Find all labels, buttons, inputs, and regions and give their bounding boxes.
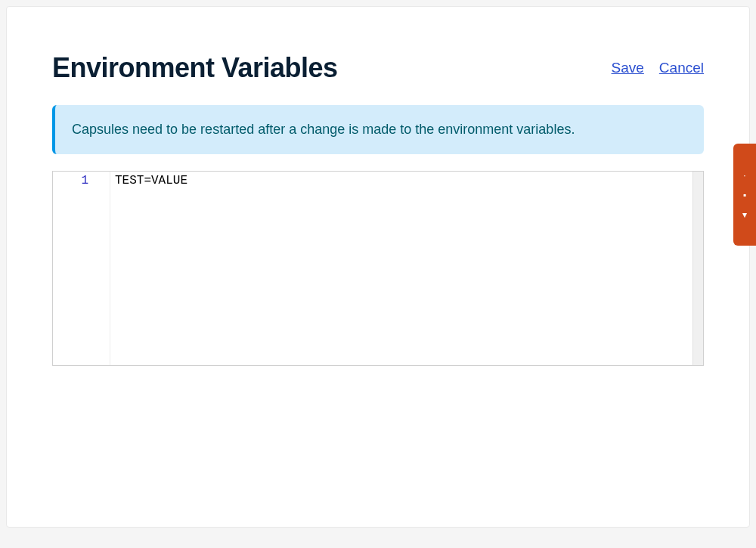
header-actions: Save Cancel — [612, 60, 704, 76]
side-tab-mark-2: ▪ — [743, 190, 746, 200]
scrollbar-track[interactable] — [692, 172, 703, 365]
save-button[interactable]: Save — [612, 60, 644, 76]
cancel-button[interactable]: Cancel — [659, 60, 704, 76]
code-editor[interactable]: 1 — [52, 171, 704, 366]
feedback-side-tab[interactable]: · ▪ ▾ — [733, 144, 756, 246]
side-tab-mark-3: ▾ — [742, 210, 747, 219]
settings-card: Environment Variables Save Cancel Capsul… — [6, 6, 750, 528]
page-title: Environment Variables — [52, 52, 338, 84]
side-tab-mark-1: · — [743, 171, 745, 180]
editor-gutter: 1 — [53, 172, 110, 365]
info-banner-text: Capsules need to be restarted after a ch… — [72, 120, 687, 139]
header: Environment Variables Save Cancel — [52, 52, 704, 84]
info-banner: Capsules need to be restarted after a ch… — [52, 105, 704, 154]
line-number: 1 — [59, 173, 88, 188]
editor-content[interactable] — [110, 172, 692, 365]
